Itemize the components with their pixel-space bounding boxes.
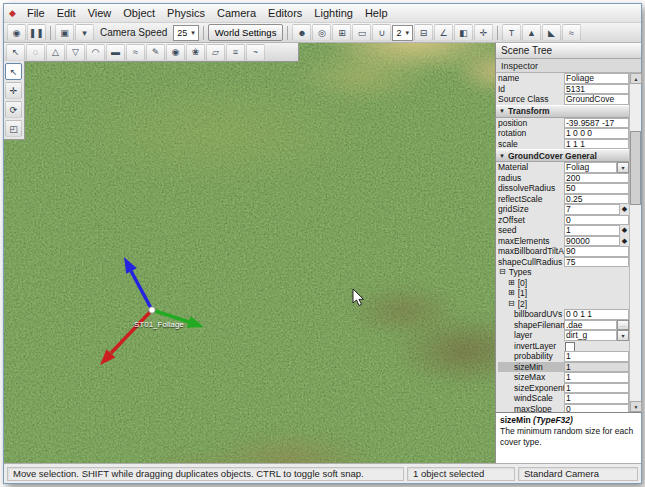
bounds-snap-icon[interactable]: ▭ — [352, 24, 371, 41]
menu-camera[interactable]: Camera — [211, 6, 262, 20]
types-tree-root[interactable]: ⊟Types — [496, 267, 629, 278]
section-transform[interactable]: ▼Transform — [496, 105, 629, 118]
collapse-icon[interactable]: ⊟ — [499, 268, 506, 276]
object-center-icon[interactable]: ◧ — [454, 24, 473, 41]
gizmo-z-axis[interactable] — [124, 257, 152, 310]
menu-editors[interactable]: Editors — [262, 6, 308, 20]
menu-edit[interactable]: Edit — [51, 6, 82, 20]
seed-field[interactable]: 1 — [564, 225, 620, 236]
snap-size-select[interactable]: 2▾ — [392, 25, 413, 41]
eraser-icon[interactable]: ▱ — [206, 44, 225, 61]
section-groundcover-general[interactable]: ▼GroundCover General — [496, 149, 629, 162]
types-item-2[interactable]: ⊟[2] — [496, 299, 629, 310]
radius-field[interactable]: 200 — [564, 173, 629, 184]
probability-field[interactable]: 1 — [564, 351, 629, 362]
terrain-noise-icon[interactable]: ≈ — [126, 44, 145, 61]
foliage-brush-icon[interactable]: ❀ — [186, 44, 205, 61]
pause-icon[interactable]: ❚❚ — [27, 24, 46, 41]
menu-physics[interactable]: Physics — [161, 6, 211, 20]
scene-tree-header[interactable]: Scene Tree — [496, 43, 641, 59]
scale-field[interactable]: 1 1 1 — [564, 139, 629, 150]
layer-dropdown-button[interactable]: ▾ — [617, 330, 629, 341]
menu-view[interactable]: View — [82, 6, 118, 20]
rotate-tool[interactable]: ⟳ — [5, 101, 22, 118]
invertLayer-checkbox[interactable] — [565, 342, 575, 352]
eyedropper-icon[interactable]: ◉ — [166, 44, 185, 61]
layer-dropdown[interactable]: dirt_g — [564, 330, 617, 341]
menu-help[interactable]: Help — [359, 6, 394, 20]
scroll-up-icon[interactable]: ▲ — [630, 73, 642, 84]
gridSize-field[interactable]: 7 — [564, 204, 620, 215]
scroll-down-icon[interactable]: ▼ — [630, 401, 642, 412]
sizeMin-field[interactable]: 1 — [564, 362, 629, 373]
grid-snap-icon[interactable]: ⊞ — [332, 24, 351, 41]
position-field[interactable]: -39.9587 -17 — [564, 118, 629, 129]
material-field[interactable]: Foliag — [564, 162, 617, 173]
windScale-field[interactable]: 1 — [564, 393, 629, 404]
expand-icon[interactable]: ⊞ — [508, 279, 515, 287]
road-tool-icon[interactable]: ≡ — [226, 44, 245, 61]
move-tool[interactable]: ✛ — [5, 82, 22, 99]
sizeExponent-field[interactable]: 1 — [564, 383, 629, 394]
text-tool-button[interactable]: T — [502, 24, 521, 41]
camera-icon[interactable]: ▣ — [55, 24, 74, 41]
id-field[interactable]: 5131 — [564, 84, 629, 95]
menu-file[interactable]: File — [21, 6, 51, 20]
select-arrow-icon[interactable]: ↖ — [6, 44, 25, 61]
source-class-field[interactable]: GroundCove — [564, 94, 629, 105]
grid-size-icon[interactable]: ⊟ — [414, 24, 433, 41]
maxElements-field[interactable]: 90000 — [564, 236, 620, 247]
shapeCullRadius-field[interactable]: 75 — [564, 257, 629, 268]
scrollbar-thumb[interactable] — [630, 131, 641, 205]
name-field[interactable]: Foliage — [564, 73, 629, 84]
visibility-icon[interactable]: ◎ — [312, 24, 331, 41]
terrain-raise-icon[interactable]: △ — [46, 44, 65, 61]
billboardUVs-field[interactable]: 0 0 1 1 — [564, 309, 629, 320]
menu-object[interactable]: Object — [117, 6, 161, 20]
editor-window: ◆ File Edit View Object Physics Camera E… — [3, 3, 642, 484]
viewport-3d[interactable]: ↖ ◌ △ ▽ ◠ ▬ ≈ ✎ ◉ ❀ ▱ ≡ ~ ↖ ✛ ⟳ ◰ — [4, 43, 495, 463]
axis-gizmo-icon[interactable]: ✛ — [474, 24, 493, 41]
world-settings-button[interactable]: World Settings — [208, 24, 284, 41]
scale-tool[interactable]: ◰ — [5, 120, 22, 137]
gridSize-stepper[interactable]: ◆ — [620, 204, 629, 215]
inspector-header[interactable]: Inspector — [496, 59, 641, 73]
types-item-0[interactable]: ⊞[0] — [496, 278, 629, 289]
reflectScale-field[interactable]: 0.25 — [564, 194, 629, 205]
rotation-field[interactable]: 1 0 0 0 — [564, 128, 629, 139]
world-icon[interactable]: ◉ — [7, 24, 26, 41]
river-tool-icon[interactable]: ~ — [246, 44, 265, 61]
camera-speed-select[interactable]: 25▾ — [173, 25, 199, 41]
water-icon[interactable]: ≈ — [562, 24, 581, 41]
gizmo-x-axis[interactable] — [100, 310, 152, 365]
collapse-icon[interactable]: ⊟ — [508, 300, 515, 308]
select-tool[interactable]: ↖ — [5, 63, 22, 80]
magnet-icon[interactable]: ∪ — [372, 24, 391, 41]
inspector-scrollbar[interactable]: ▲ ▼ — [629, 73, 641, 412]
types-item-1[interactable]: ⊞[1] — [496, 288, 629, 299]
mountain-icon[interactable]: ◣ — [542, 24, 561, 41]
gizmo-origin-handle[interactable] — [149, 307, 155, 313]
zOffset-field[interactable]: 0 — [564, 215, 629, 226]
shapeFilename-browse-button[interactable]: … — [617, 320, 629, 331]
terrain-smooth-icon[interactable]: ◠ — [86, 44, 105, 61]
camera-dropdown-icon[interactable]: ▾ — [75, 24, 94, 41]
seed-stepper[interactable]: ◆ — [620, 225, 629, 236]
angle-snap-icon[interactable]: ∠ — [434, 24, 453, 41]
shapeFilename-field[interactable]: .dae — [564, 320, 617, 331]
player-icon[interactable]: ☻ — [292, 24, 311, 41]
sizeMax-field[interactable]: 1 — [564, 372, 629, 383]
maxSlope-field[interactable]: 0 — [564, 404, 629, 413]
menu-lighting[interactable]: Lighting — [308, 6, 359, 20]
terrain-flatten-icon[interactable]: ▬ — [106, 44, 125, 61]
translate-gizmo[interactable] — [72, 235, 232, 375]
lasso-icon[interactable]: ◌ — [26, 44, 45, 61]
dissolveRadius-field[interactable]: 50 — [564, 183, 629, 194]
terrain-icon[interactable]: ▲ — [522, 24, 541, 41]
maxBillboardTiltAngle-field[interactable]: 90 — [564, 246, 629, 257]
maxElements-stepper[interactable]: ◆ — [620, 236, 629, 247]
material-browse-button[interactable]: ▾ — [617, 162, 629, 173]
terrain-lower-icon[interactable]: ▽ — [66, 44, 85, 61]
expand-icon[interactable]: ⊞ — [508, 289, 515, 297]
paint-brush-icon[interactable]: ✎ — [146, 44, 165, 61]
